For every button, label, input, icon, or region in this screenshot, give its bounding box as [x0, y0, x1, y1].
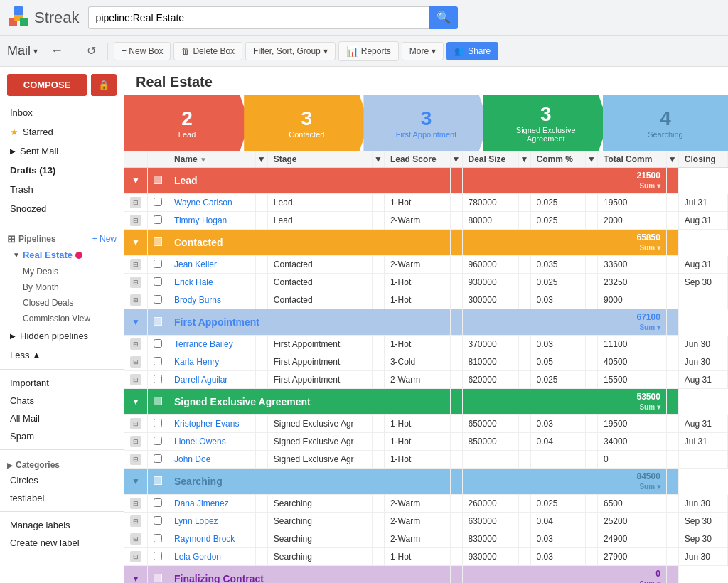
- row-expand-icon[interactable]: ⊟: [124, 371, 148, 389]
- sidebar-item-sent[interactable]: ▶ Sent Mail: [0, 141, 124, 161]
- table-row[interactable]: ⊟ Jean Keller Contacted 2-Warm 960000 0.…: [124, 256, 728, 274]
- row-expand-icon[interactable]: ⊟: [124, 194, 148, 212]
- stage-collapse-icon[interactable]: ▼: [132, 176, 140, 186]
- col-comm-filter[interactable]: ▼: [585, 151, 597, 168]
- table-row[interactable]: ⊟ Lionel Owens Signed Exclusive Agr 1-Ho…: [124, 433, 728, 451]
- row-expand-icon[interactable]: ⊟: [124, 336, 148, 353]
- row-expand-icon[interactable]: ⊟: [124, 353, 148, 371]
- col-lead-filter[interactable]: ▼: [450, 151, 462, 168]
- stage-checkbox-icon[interactable]: [154, 176, 162, 184]
- col-name-filter[interactable]: ▼: [255, 151, 267, 168]
- filter-icon-4[interactable]: ▼: [520, 154, 529, 164]
- search-input[interactable]: [88, 6, 429, 29]
- sidebar-item-important[interactable]: Important: [0, 374, 124, 392]
- row-checkbox[interactable]: [148, 495, 168, 513]
- row-checkbox[interactable]: [148, 530, 168, 548]
- pipelines-label[interactable]: ⊞ Pipelines: [7, 233, 56, 245]
- stage-row-first[interactable]: ▼ First Appointment 67100Sum ▾: [124, 309, 728, 336]
- table-row[interactable]: ⊟ Brody Burns Contacted 1-Hot 300000 0.0…: [124, 292, 728, 309]
- refresh-button[interactable]: ↺: [81, 41, 102, 60]
- mail-dropdown-icon[interactable]: ▾: [33, 46, 38, 56]
- sidebar-item-hidden-pipelines[interactable]: ▶ Hidden pipelines: [0, 326, 124, 346]
- stage-checkbox-icon[interactable]: [154, 237, 162, 246]
- pipeline-real-estate[interactable]: ▼ Real Estate: [0, 246, 124, 264]
- pipeline-sub-closeddeals[interactable]: Closed Deals: [0, 295, 124, 311]
- table-row[interactable]: ⊟ Karla Henry First Appointment 3-Cold 8…: [124, 353, 728, 371]
- filter-icon-2[interactable]: ▼: [374, 154, 382, 164]
- row-checkbox[interactable]: [148, 336, 168, 353]
- row-expand-icon[interactable]: ⊟: [124, 256, 148, 274]
- stage-checkbox-icon[interactable]: [154, 317, 162, 326]
- search-button[interactable]: 🔍: [429, 6, 458, 29]
- sidebar-item-allmail[interactable]: All Mail: [0, 410, 124, 427]
- row-expand-icon[interactable]: ⊟: [124, 292, 148, 309]
- table-row[interactable]: ⊟ Darrell Aguilar First Appointment 2-Wa…: [124, 371, 728, 389]
- filter-icon-5[interactable]: ▼: [587, 154, 596, 164]
- stage-row-searching[interactable]: ▼ Searching 84500Sum ▾: [124, 469, 728, 495]
- row-checkbox[interactable]: [148, 212, 168, 230]
- stage-collapse-icon[interactable]: ▼: [132, 317, 140, 327]
- row-checkbox[interactable]: [148, 256, 168, 274]
- col-total-filter[interactable]: ▼: [666, 151, 678, 168]
- table-row[interactable]: ⊟ Raymond Brock Searching 2-Warm 830000 …: [124, 530, 728, 548]
- stage-row-lead[interactable]: ▼ Lead 21500Sum ▾: [124, 168, 728, 194]
- stage-collapse-icon[interactable]: ▼: [132, 397, 140, 407]
- row-expand-icon[interactable]: ⊟: [124, 451, 148, 469]
- stage-collapse-icon[interactable]: ▼: [132, 574, 140, 583]
- row-checkbox[interactable]: [148, 274, 168, 292]
- more-button[interactable]: More ▾: [402, 42, 444, 60]
- row-expand-icon[interactable]: ⊟: [124, 513, 148, 530]
- pipeline-sub-bymonth[interactable]: By Month: [0, 279, 124, 295]
- back-button[interactable]: ←: [45, 41, 69, 61]
- categories-label[interactable]: ▶ Categories: [7, 460, 60, 470]
- stage-row-signed[interactable]: ▼ Signed Exclusive Agreement 53500Sum ▾: [124, 389, 728, 415]
- table-row[interactable]: ⊟ Wayne Carlson Lead 1-Hot 780000 0.025 …: [124, 194, 728, 212]
- sidebar-item-spam[interactable]: Spam: [0, 427, 124, 445]
- sidebar-item-chats[interactable]: Chats: [0, 392, 124, 410]
- new-pipeline-link[interactable]: + New: [92, 234, 117, 244]
- stage-row-contacted[interactable]: ▼ Contacted 65850Sum ▾: [124, 230, 728, 256]
- col-deal-filter[interactable]: ▼: [518, 151, 530, 168]
- sidebar-item-trash[interactable]: Trash: [0, 180, 124, 199]
- filter-icon-6[interactable]: ▼: [668, 154, 677, 164]
- sidebar-item-circles[interactable]: Circles: [0, 471, 124, 489]
- stage-collapse-icon[interactable]: ▼: [132, 237, 140, 247]
- delete-box-button[interactable]: 🗑 Delete Box: [173, 42, 242, 60]
- share-button[interactable]: 👥 Share: [446, 42, 498, 60]
- stage-checkbox-icon[interactable]: [154, 397, 162, 405]
- row-checkbox[interactable]: [148, 292, 168, 309]
- stage-searching[interactable]: 4 Searching: [603, 95, 728, 151]
- stage-first-appointment[interactable]: 3 First Appointment: [363, 95, 488, 151]
- stage-lead[interactable]: 2 Lead: [124, 95, 250, 151]
- table-row[interactable]: ⊟ John Doe Signed Exclusive Agr 1-Hot 0: [124, 451, 728, 469]
- new-box-button[interactable]: + New Box: [114, 42, 171, 60]
- row-checkbox[interactable]: [148, 415, 168, 433]
- table-row[interactable]: ⊟ Timmy Hogan Lead 2-Warm 80000 0.025 20…: [124, 212, 728, 230]
- stage-checkbox-icon[interactable]: [154, 574, 162, 582]
- row-expand-icon[interactable]: ⊟: [124, 548, 148, 566]
- row-checkbox[interactable]: [148, 194, 168, 212]
- sidebar-item-drafts[interactable]: Drafts (13): [0, 161, 124, 180]
- reports-button[interactable]: 📊 Reports: [338, 41, 399, 61]
- filter-icon-3[interactable]: ▼: [452, 154, 461, 164]
- sidebar-item-create-label[interactable]: Create new label: [0, 534, 124, 552]
- sidebar-item-inbox[interactable]: Inbox: [0, 103, 124, 122]
- row-checkbox[interactable]: [148, 513, 168, 530]
- row-checkbox[interactable]: [148, 371, 168, 389]
- stage-row-finalizing[interactable]: ▼ Finalizing Contract 0Sum ▾: [124, 566, 728, 584]
- row-expand-icon[interactable]: ⊟: [124, 274, 148, 292]
- pipeline-sub-commview[interactable]: Commission View: [0, 311, 124, 326]
- row-expand-icon[interactable]: ⊟: [124, 433, 148, 451]
- row-checkbox[interactable]: [148, 433, 168, 451]
- pipeline-sub-mydeals[interactable]: My Deals: [0, 264, 124, 279]
- sidebar-item-less[interactable]: Less ▲: [0, 346, 124, 365]
- col-stage-filter[interactable]: ▼: [372, 151, 384, 168]
- compose-button[interactable]: COMPOSE: [7, 74, 87, 96]
- table-row[interactable]: ⊟ Lynn Lopez Searching 2-Warm 630000 0.0…: [124, 513, 728, 530]
- row-expand-icon[interactable]: ⊟: [124, 530, 148, 548]
- table-row[interactable]: ⊟ Dana Jimenez Searching 2-Warm 260000 0…: [124, 495, 728, 513]
- row-checkbox[interactable]: [148, 548, 168, 566]
- row-checkbox[interactable]: [148, 451, 168, 469]
- stage-collapse-icon[interactable]: ▼: [132, 476, 140, 486]
- row-expand-icon[interactable]: ⊟: [124, 495, 148, 513]
